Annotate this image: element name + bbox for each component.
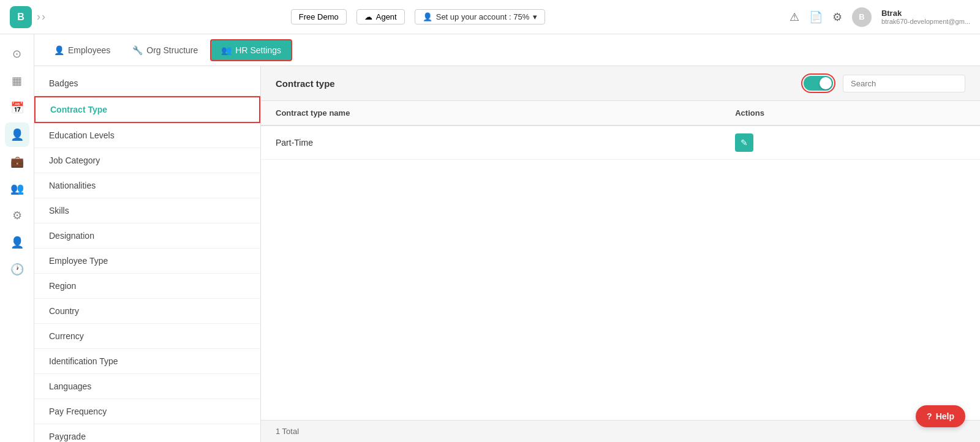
user-email: btrak670-development@gm... <box>881 18 970 25</box>
tab-hr-settings[interactable]: 👥 HR Settings <box>210 39 292 61</box>
org-structure-tab-icon: 🔧 <box>132 45 143 55</box>
sidebar-item-team[interactable]: 👥 <box>5 176 29 201</box>
sidebar-item-briefcase[interactable]: 💼 <box>5 149 29 174</box>
nav-center: Free Demo ☁ Agent 👤 Set up your account … <box>291 9 546 24</box>
search-input[interactable] <box>843 75 965 92</box>
nav-left: B ›› <box>10 6 47 28</box>
toggle-knob <box>820 77 832 89</box>
sidebar-icons: ⊙ ▦ 📅 👤 💼 👥 ⚙ 👤 🕐 <box>0 34 34 442</box>
employees-tab-icon: 👤 <box>54 45 64 55</box>
chevron-down-icon: ▾ <box>533 12 537 21</box>
user-name: Btrak <box>881 9 970 18</box>
avatar: B <box>852 7 872 27</box>
help-icon: ? <box>927 411 932 421</box>
contract-type-name-cell: Part-Time <box>261 125 720 160</box>
hr-sidebar-menu: Badges Contract Type Education Levels Jo… <box>34 66 261 442</box>
sidebar-item-calendar[interactable]: 📅 <box>5 96 29 120</box>
table-container: Contract type name Actions Part-Time ✎ <box>261 101 980 420</box>
main-layout: ⊙ ▦ 📅 👤 💼 👥 ⚙ 👤 🕐 👤 Employees 🔧 Org Stru… <box>0 34 980 442</box>
panel-footer: 1 Total <box>261 420 980 442</box>
total-label: 1 Total <box>276 427 299 436</box>
tab-bar: 👤 Employees 🔧 Org Structure 👥 HR Setting… <box>34 34 980 66</box>
hr-menu-employee-type[interactable]: Employee Type <box>34 249 260 274</box>
sidebar-item-dashboard[interactable]: ⊙ <box>5 42 29 66</box>
hr-menu-job-category[interactable]: Job Category <box>34 148 260 173</box>
panel-header: Contract type <box>261 66 980 101</box>
hr-menu-region[interactable]: Region <box>34 274 260 299</box>
table-row: Part-Time ✎ <box>261 125 980 160</box>
sidebar-item-settings[interactable]: ⚙ <box>5 203 29 228</box>
sidebar-item-monitor[interactable]: ▦ <box>5 69 29 93</box>
help-button[interactable]: ? Help <box>916 405 965 427</box>
edit-icon: ✎ <box>741 138 748 148</box>
nav-dots: ›› <box>37 10 47 23</box>
hr-menu-currency[interactable]: Currency <box>34 324 260 349</box>
table-header-row: Contract type name Actions <box>261 101 980 125</box>
app-logo: B <box>10 6 32 28</box>
hr-menu-country[interactable]: Country <box>34 299 260 324</box>
hr-menu-paygrade[interactable]: Paygrade <box>34 424 260 442</box>
content-area: 👤 Employees 🔧 Org Structure 👥 HR Setting… <box>34 34 980 442</box>
hr-settings-tab-icon: 👥 <box>221 45 232 55</box>
hr-menu-nationalities[interactable]: Nationalities <box>34 173 260 198</box>
tab-org-structure[interactable]: 🔧 Org Structure <box>123 40 208 60</box>
hr-menu-skills[interactable]: Skills <box>34 198 260 223</box>
nav-right: ⚠ 📄 ⚙ B Btrak btrak670-development@gm... <box>790 7 970 27</box>
setup-button[interactable]: 👤 Set up your account : 75% ▾ <box>415 9 545 24</box>
header-right <box>801 73 965 93</box>
hr-menu-identification-type[interactable]: Identification Type <box>34 349 260 374</box>
cloud-icon: ☁ <box>364 12 372 21</box>
actions-cell: ✎ <box>720 125 980 160</box>
col-contract-type-name: Contract type name <box>261 101 720 125</box>
hr-menu-pay-frequency[interactable]: Pay Frequency <box>34 399 260 424</box>
alert-icon[interactable]: ⚠ <box>790 10 799 24</box>
sidebar-item-person[interactable]: 👤 <box>5 122 29 147</box>
gear-icon[interactable]: ⚙ <box>832 10 842 24</box>
hr-menu-languages[interactable]: Languages <box>34 374 260 399</box>
sidebar-item-user-circle[interactable]: 👤 <box>5 230 29 255</box>
contract-type-table: Contract type name Actions Part-Time ✎ <box>261 101 980 160</box>
hr-menu-education-levels[interactable]: Education Levels <box>34 123 260 148</box>
person-setup-icon: 👤 <box>423 12 432 21</box>
edit-button[interactable]: ✎ <box>735 133 753 152</box>
hr-menu-contract-type[interactable]: Contract Type <box>34 96 260 123</box>
sidebar-item-clock[interactable]: 🕐 <box>5 257 29 282</box>
top-navigation: B ›› Free Demo ☁ Agent 👤 Set up your acc… <box>0 0 980 34</box>
toggle-switch[interactable] <box>804 76 833 91</box>
document-icon[interactable]: 📄 <box>809 10 823 24</box>
col-actions: Actions <box>720 101 980 125</box>
hr-layout: Badges Contract Type Education Levels Jo… <box>34 66 980 442</box>
tab-employees[interactable]: 👤 Employees <box>44 40 120 60</box>
free-demo-button[interactable]: Free Demo <box>291 9 347 24</box>
hr-menu-badges[interactable]: Badges <box>34 71 260 96</box>
main-panel: Contract type <box>261 66 980 442</box>
panel-title: Contract type <box>276 78 335 89</box>
hr-menu-designation[interactable]: Designation <box>34 223 260 249</box>
user-info: Btrak btrak670-development@gm... <box>881 9 970 25</box>
agent-button[interactable]: ☁ Agent <box>356 9 405 24</box>
toggle-container <box>801 73 835 93</box>
